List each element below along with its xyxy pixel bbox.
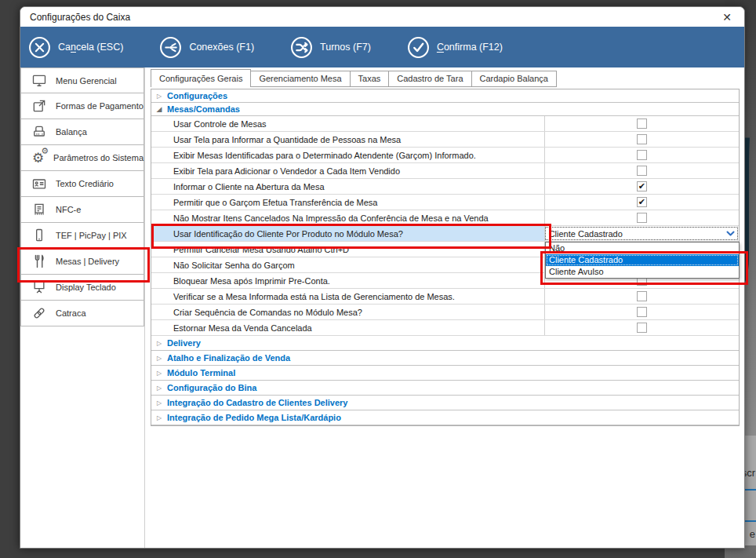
section-row-integracao-pedido-mega[interactable]: ▷ Integração de Pedido Mega Lista/Kardáp… (151, 410, 739, 425)
checkbox-checked[interactable]: ✔ (637, 197, 647, 207)
combobox-value: Cliente Cadastrado (547, 229, 723, 239)
sidebar-item-display-teclado[interactable]: Display Teclado (20, 275, 144, 301)
expand-icon[interactable]: ▷ (154, 385, 165, 392)
setting-label: Criar Sequência de Comandas no Módulo Me… (151, 305, 544, 319)
section-row-atalho-finalizacao[interactable]: ▷ Atalho e Finalização de Venda (151, 351, 739, 366)
sidebar-item-balanca[interactable]: Balança (20, 119, 144, 145)
setting-label: Verificar se a Mesa Informada está na Li… (151, 289, 544, 304)
checkbox[interactable] (637, 134, 647, 144)
setting-value-cell: ✔ (544, 195, 739, 210)
setting-row: Usar Controle de Mesas (151, 116, 739, 132)
sidebar-item-catraca[interactable]: Catraca (20, 301, 144, 326)
scale-device-icon (31, 123, 48, 140)
setting-label: Usar Tela para Informar a Quantidade de … (151, 132, 544, 147)
cancel-circle-icon (28, 36, 51, 59)
connections-circle-icon (159, 36, 182, 59)
sidebar-item-label: Mesas | Delivery (56, 257, 119, 266)
setting-label: Informar o Cliente na Abertura da Mesa (151, 179, 544, 194)
section-label: Módulo Terminal (167, 368, 235, 377)
shifts-button[interactable]: Turnos (F7) (290, 36, 371, 59)
setting-row: Criar Sequência de Comandas no Módulo Me… (151, 305, 739, 320)
cancel-button[interactable]: Cancela (ESC) (28, 36, 123, 59)
sidebar-item-label: Formas de Pagamento (56, 101, 144, 111)
sidebar-item-label: Menu Gerencial (56, 76, 117, 86)
checkbox[interactable] (637, 150, 647, 160)
section-row-modulo-terminal[interactable]: ▷ Módulo Terminal (151, 366, 739, 381)
cutlery-icon (31, 253, 48, 270)
shifts-button-label: Turnos (F7) (320, 42, 371, 53)
expand-icon[interactable]: ▷ (154, 340, 165, 347)
setting-label: Usar Identificação do Cliente Por Produt… (151, 226, 544, 241)
tab-cardapio-balanca[interactable]: Cardapio Balança (472, 71, 557, 87)
section-row-integracao-cadastro-clientes[interactable]: ▷ Integração do Cadastro de Clientes Del… (151, 396, 739, 410)
section-label: Atalho e Finalização de Venda (167, 353, 290, 363)
close-icon[interactable]: ✕ (719, 11, 735, 24)
expand-icon[interactable]: ▷ (154, 370, 165, 377)
section-label: Integração do Cadastro de Clientes Deliv… (167, 398, 347, 407)
tab-taxas[interactable]: Taxas (351, 71, 390, 87)
setting-label: Exibir Tela para Adicionar o Vendedor a … (151, 163, 544, 178)
confirm-button[interactable]: Confirma (F12) (407, 36, 503, 59)
sidebar-item-nfce[interactable]: NFC-e (20, 197, 144, 223)
background-text-fragment: e (750, 528, 755, 540)
expand-icon[interactable]: ▷ (154, 355, 165, 362)
tab-configuracoes-gerais[interactable]: Configurações Gerais (151, 69, 251, 87)
dropdown-list: Não Cliente Cadastrado Cliente Avulso (545, 242, 740, 279)
dialog-content: Menu Gerencial Formas de Pagamento Balan… (20, 67, 744, 548)
sidebar-item-label: Display Teclado (56, 283, 116, 292)
checkbox[interactable] (637, 119, 647, 129)
collapse-icon[interactable]: ◢ (154, 105, 165, 113)
setting-label: Estornar Mesa da Venda Cancelada (151, 320, 544, 335)
setting-row: Exibir Mesas Identificadas para o Determ… (151, 148, 739, 163)
sidebar-item-parametros-do-sistema[interactable]: ⚙⚙ Parâmetros do Sistema (20, 145, 144, 171)
monitor-icon (31, 72, 48, 89)
setting-row: Informar o Cliente na Abertura da Mesa ✔ (151, 179, 739, 195)
toolbar: Cancela (ESC) Conexões (F1) Turnos (F7) (20, 27, 744, 67)
dropdown-option-cliente-cadastrado[interactable]: Cliente Cadastrado (546, 254, 739, 266)
client-id-combobox[interactable]: Cliente Cadastrado (544, 226, 739, 241)
confirm-button-label: Confirma (F12) (437, 42, 503, 53)
sidebar-item-label: TEF | PicPay | PIX (56, 231, 127, 240)
dropdown-option-nao[interactable]: Não (546, 243, 739, 254)
checkbox[interactable] (637, 291, 647, 301)
connections-button[interactable]: Conexões (F1) (159, 36, 254, 59)
setting-label: Bloquear Mesa após Imprimir Pre-Conta. (151, 273, 544, 288)
tab-gerenciamento-mesa[interactable]: Gerenciamento Mesa (251, 71, 350, 87)
sidebar-item-texto-crediario[interactable]: Texto Crediário (20, 171, 144, 197)
tab-cadastro-de-tara[interactable]: Cadastro de Tara (389, 71, 471, 87)
sidebar-item-tef-picpay-pix[interactable]: TEF | PicPay | PIX (20, 223, 144, 249)
category-row-configuracoes[interactable]: ▷ Configurações (151, 89, 739, 103)
export-icon (31, 97, 48, 115)
cancel-button-label: Cancela (ESC) (58, 42, 123, 53)
settings-grid: ▷ Configurações ◢ Mesas/Comandas Usar Co… (151, 89, 740, 426)
expand-icon[interactable]: ▷ (154, 414, 165, 421)
checkbox[interactable] (637, 213, 647, 223)
checkbox[interactable] (637, 166, 647, 176)
chain-link-icon (31, 305, 48, 322)
checkbox[interactable] (637, 323, 647, 333)
setting-label: Não Solicitar Senha do Garçom (151, 257, 544, 272)
expand-icon[interactable]: ▷ (154, 399, 165, 407)
section-row-delivery[interactable]: ▷ Delivery (151, 336, 739, 351)
section-label: Configuração do Bina (167, 383, 256, 392)
setting-label: Permitir que o Garçom Efetua Transferênc… (151, 195, 544, 210)
setting-row-usar-identificacao-cliente: Usar Identificação do Cliente Por Produt… (151, 226, 739, 242)
category-label: Mesas/Comandas (167, 104, 240, 114)
expand-icon[interactable]: ▷ (154, 93, 165, 100)
sidebar-item-label: Catraca (56, 308, 86, 318)
checkbox[interactable] (637, 307, 647, 317)
setting-value-cell (544, 132, 739, 147)
sidebar-item-formas-de-pagamento[interactable]: Formas de Pagamento (20, 93, 144, 119)
setting-row: Permitir que o Garçom Efetua Transferênc… (151, 195, 739, 210)
section-row-configuracao-bina[interactable]: ▷ Configuração do Bina (151, 381, 739, 396)
dropdown-option-cliente-avulso[interactable]: Cliente Avulso (546, 266, 739, 278)
checkbox-checked[interactable]: ✔ (637, 181, 647, 191)
sidebar-item-mesas-delivery[interactable]: Mesas | Delivery (20, 249, 144, 275)
setting-value-cell (544, 163, 739, 178)
sidebar-item-menu-gerencial[interactable]: Menu Gerencial (20, 67, 144, 93)
setting-row: Usar Tela para Informar a Quantidade de … (151, 132, 739, 148)
chevron-down-icon[interactable] (723, 231, 737, 237)
category-row-mesas-comandas[interactable]: ◢ Mesas/Comandas (151, 103, 739, 116)
sidebar-item-label: Parâmetros do Sistema (53, 153, 144, 162)
dialog-title: Configurações do Caixa (30, 12, 719, 23)
